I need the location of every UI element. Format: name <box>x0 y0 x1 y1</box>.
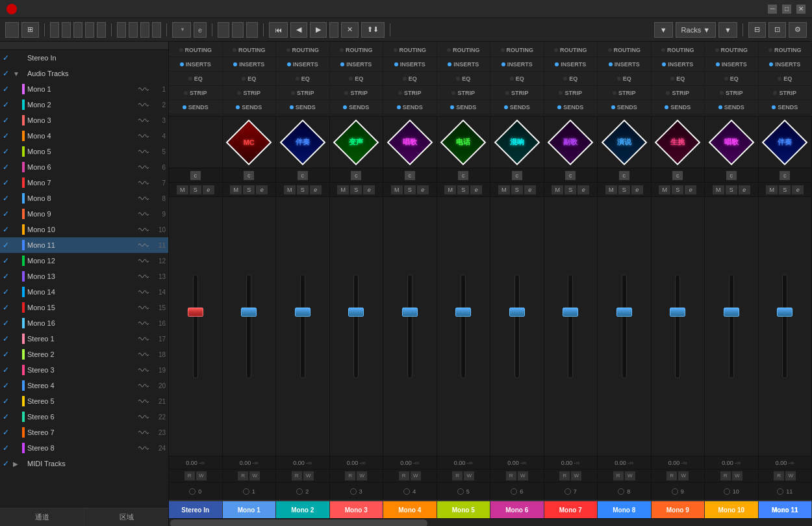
rack-cell-eq-1[interactable]: EQ <box>223 72 277 85</box>
sidebar-item-mono-3[interactable]: ✓Mono 33 <box>0 112 168 128</box>
sidebar-item-stereo-6[interactable]: ✓Stereo 622 <box>0 409 168 425</box>
rack-cell-inserts-4[interactable]: INSERTS <box>383 57 437 71</box>
view-btn2[interactable]: ⊡ <box>768 22 786 38</box>
sidebar-item-mono-7[interactable]: ✓Mono 77 <box>0 175 168 191</box>
rack-cell-strip-10[interactable]: STRIP <box>705 86 759 99</box>
racks-arrow2[interactable]: ▼ <box>718 22 737 38</box>
rack-cell-strip-6[interactable]: STRIP <box>490 86 544 99</box>
e-track-btn-2[interactable]: e <box>310 185 322 194</box>
w-track-btn-11[interactable]: W <box>785 471 796 480</box>
w-track-btn-5[interactable]: W <box>464 471 474 480</box>
m-track-btn-6[interactable]: M <box>498 185 510 194</box>
fader-handle-4[interactable] <box>402 308 418 317</box>
channel-icon-cell-4[interactable]: 唱歌 <box>383 116 437 168</box>
cs-button[interactable] <box>140 22 149 38</box>
rack-cell-sends-4[interactable]: SENDS <box>383 100 437 114</box>
sidebar-item-mono-14[interactable]: ✓Mono 1414 <box>0 284 168 300</box>
sidebar-item-mono-11[interactable]: ✓Mono 1111 <box>0 237 168 253</box>
sidebar-item-stereo-1[interactable]: ✓Stereo 117 <box>0 331 168 347</box>
c-button-5[interactable]: c <box>458 171 468 180</box>
channel-icon-cell-6[interactable]: 混响 <box>490 116 544 168</box>
channel-icon-cell-5[interactable]: 电话 <box>437 116 491 168</box>
fader-handle-6[interactable] <box>509 308 525 317</box>
s-track-btn-5[interactable]: S <box>457 185 469 194</box>
channel-name-cell-6[interactable]: Mono 6 <box>490 501 544 518</box>
r-track-btn-1[interactable]: R <box>238 471 248 480</box>
rack-cell-eq-3[interactable]: EQ <box>330 72 384 85</box>
fader-cell-3[interactable] <box>330 197 384 456</box>
sidebar-item-mono-13[interactable]: ✓Mono 1313 <box>0 269 168 284</box>
sidebar-tab-通道[interactable]: 通道 <box>0 508 84 526</box>
fader-track-3[interactable] <box>353 274 359 378</box>
fader-track-10[interactable] <box>729 274 734 378</box>
channel-name-cell-11[interactable]: Mono 11 <box>759 501 813 518</box>
sus-button[interactable] <box>218 22 229 38</box>
sd-button[interactable] <box>152 22 161 38</box>
rack-cell-eq-4[interactable]: EQ <box>383 72 437 85</box>
rack-cell-inserts-11[interactable]: INSERTS <box>759 57 813 71</box>
c-button-7[interactable]: c <box>565 171 576 180</box>
c-button-0[interactable]: c <box>190 171 201 180</box>
rack-cell-inserts-3[interactable]: INSERTS <box>330 57 384 71</box>
fader-cell-9[interactable] <box>652 197 705 456</box>
m-track-btn-0[interactable]: M <box>177 185 188 194</box>
channel-name-cell-9[interactable]: Mono 9 <box>652 501 705 518</box>
rack-cell-inserts-9[interactable]: INSERTS <box>652 57 705 71</box>
view-btn1[interactable]: ⊟ <box>748 22 766 38</box>
c-button-2[interactable]: c <box>298 171 308 180</box>
c-button-10[interactable]: c <box>726 171 737 180</box>
forward-button[interactable]: ▶ <box>310 22 327 38</box>
x-button[interactable]: ✕ <box>341 22 359 38</box>
rack-cell-eq-9[interactable]: EQ <box>652 72 705 85</box>
w-button[interactable] <box>85 22 94 38</box>
w-track-btn-1[interactable]: W <box>249 471 260 480</box>
m-track-btn-1[interactable]: M <box>230 185 242 194</box>
fader-handle-3[interactable] <box>348 308 364 317</box>
rack-cell-routing-5[interactable]: ROUTING <box>437 43 491 57</box>
rack-cell-routing-0[interactable]: ROUTING <box>169 43 223 57</box>
fader-track-9[interactable] <box>675 274 680 378</box>
s-track-btn-3[interactable]: S <box>350 185 362 194</box>
fader-cell-2[interactable] <box>276 197 330 456</box>
s-track-btn-9[interactable]: S <box>672 185 683 194</box>
s-track-btn-2[interactable]: S <box>297 185 309 194</box>
e-button[interactable]: e <box>194 22 207 38</box>
fader-track-8[interactable] <box>622 274 627 378</box>
rack-cell-eq-10[interactable]: EQ <box>705 72 759 85</box>
fader-track-0[interactable] <box>193 274 198 378</box>
config-dropdown[interactable] <box>5 22 19 38</box>
e-track-btn-10[interactable]: e <box>739 185 750 194</box>
rack-cell-eq-11[interactable]: EQ <box>759 72 813 85</box>
m-track-btn-3[interactable]: M <box>337 185 349 194</box>
s-track-btn-7[interactable]: S <box>565 185 576 194</box>
s-button[interactable] <box>62 22 71 38</box>
fader-track-5[interactable] <box>461 274 466 378</box>
rack-cell-strip-4[interactable]: STRIP <box>383 86 437 99</box>
m-track-btn-10[interactable]: M <box>713 185 724 194</box>
r-track-btn-5[interactable]: R <box>452 471 463 480</box>
rack-cell-routing-4[interactable]: ROUTING <box>383 43 437 57</box>
rack-cell-inserts-2[interactable]: INSERTS <box>276 57 330 71</box>
fader-track-2[interactable] <box>300 274 305 378</box>
fader-handle-0[interactable] <box>188 308 203 317</box>
racks-button[interactable]: Racks ▼ <box>676 22 717 38</box>
r-track-btn-8[interactable]: R <box>613 471 624 480</box>
rack-cell-eq-2[interactable]: EQ <box>276 72 330 85</box>
rack-cell-strip-11[interactable]: STRIP <box>759 86 813 99</box>
prev-button[interactable]: ⏮ <box>269 22 288 38</box>
fader-cell-7[interactable] <box>544 197 598 456</box>
sidebar-item-mono-4[interactable]: ✓Mono 44 <box>0 128 168 144</box>
qlink-button[interactable] <box>246 22 258 38</box>
rack-cell-sends-10[interactable]: SENDS <box>705 100 759 114</box>
sidebar-item-stereo-5[interactable]: ✓Stereo 521 <box>0 393 168 409</box>
rack-cell-routing-8[interactable]: ROUTING <box>598 43 652 57</box>
rack-cell-strip-3[interactable]: STRIP <box>330 86 384 99</box>
rack-cell-strip-0[interactable]: STRIP <box>169 86 223 99</box>
rack-cell-eq-5[interactable]: EQ <box>437 72 491 85</box>
channel-icon-cell-1[interactable]: MC <box>223 116 277 168</box>
sidebar-item-stereo-4[interactable]: ✓Stereo 420 <box>0 378 168 393</box>
w-track-btn-8[interactable]: W <box>625 471 635 480</box>
channel-name-cell-10[interactable]: Mono 10 <box>705 501 759 518</box>
c-button-8[interactable]: c <box>619 171 629 180</box>
m-track-btn-2[interactable]: M <box>284 185 296 194</box>
